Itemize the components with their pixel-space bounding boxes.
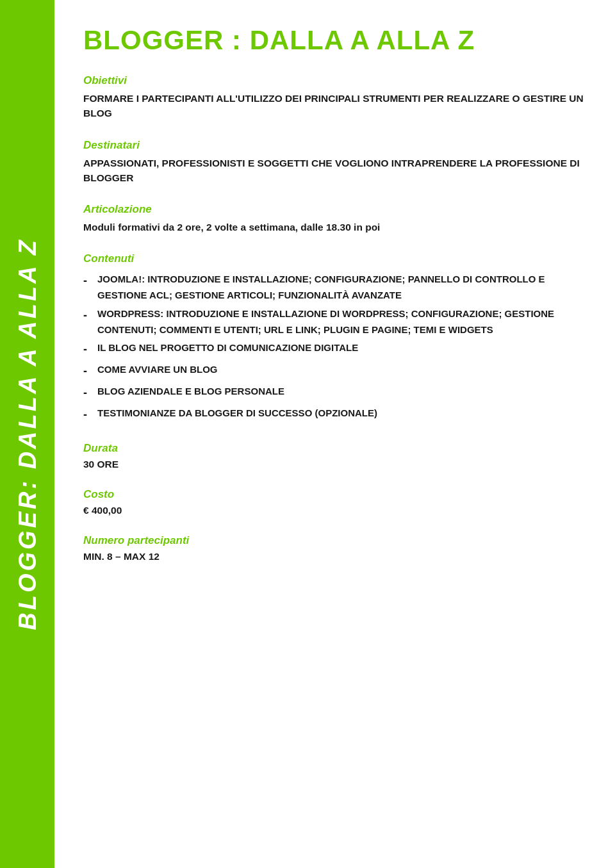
list-dash: - [83,362,87,381]
list-dash: - [83,306,87,338]
durata-value: 30 ore [83,459,586,470]
list-item-text: Blog aziendale e blog personale [97,384,586,403]
costo-label: Costo [83,488,586,501]
list-item-text: Come avviare un blog [97,362,586,381]
articolazione-section: Articolazione Moduli formativi da 2 ore,… [83,203,586,234]
contenuti-list: -JOOMLA!: introduzione e installazione; … [83,272,586,424]
partecipanti-label: Numero partecipanti [83,534,586,547]
sidebar: BLOGGER: DALLA A ALLA Z [0,0,54,868]
durata-section: Durata 30 ore [83,442,586,470]
list-dash: - [83,384,87,403]
durata-label: Durata [83,442,586,455]
partecipanti-section: Numero partecipanti Min. 8 – max 12 [83,534,586,562]
list-item-text: WORDPRESS: introduzione e installazione … [97,306,586,338]
list-dash: - [83,272,87,304]
articolazione-text: Moduli formativi da 2 ore, 2 volte a set… [83,220,586,234]
list-item-text: Testimonianze da blogger di successo (op… [97,405,586,425]
list-dash: - [83,340,87,359]
destinatari-section: Destinatari Appassionati, professionisti… [83,139,586,186]
contenuti-label: Contenuti [83,252,586,265]
sidebar-text: BLOGGER: DALLA A ALLA Z [15,238,40,630]
list-item: -Come avviare un blog [83,362,586,381]
destinatari-text: Appassionati, professionisti e soggetti … [83,156,586,186]
list-dash: - [83,405,87,425]
list-item: -Blog aziendale e blog personale [83,384,586,403]
list-item: -Il blog nel progetto di comunicazione d… [83,340,586,359]
main-content: BLOGGER : DALLA A ALLA Z Obiettivi Forma… [54,0,615,868]
list-item: -WORDPRESS: introduzione e installazione… [83,306,586,338]
obiettivi-text: Formare i partecipanti all'utilizzo dei … [83,91,586,121]
list-item-text: Il blog nel progetto di comunicazione di… [97,340,586,359]
costo-value: € 400,00 [83,505,586,516]
contenuti-section: Contenuti -JOOMLA!: introduzione e insta… [83,252,586,424]
list-item: -Testimonianze da blogger di successo (o… [83,405,586,425]
list-item-text: JOOMLA!: introduzione e installazione; c… [97,272,586,304]
partecipanti-value: Min. 8 – max 12 [83,551,586,562]
costo-section: Costo € 400,00 [83,488,586,516]
destinatari-label: Destinatari [83,139,586,152]
obiettivi-section: Obiettivi Formare i partecipanti all'uti… [83,74,586,121]
obiettivi-label: Obiettivi [83,74,586,87]
page-title: BLOGGER : DALLA A ALLA Z [83,26,586,55]
articolazione-label: Articolazione [83,203,586,216]
list-item: -JOOMLA!: introduzione e installazione; … [83,272,586,304]
